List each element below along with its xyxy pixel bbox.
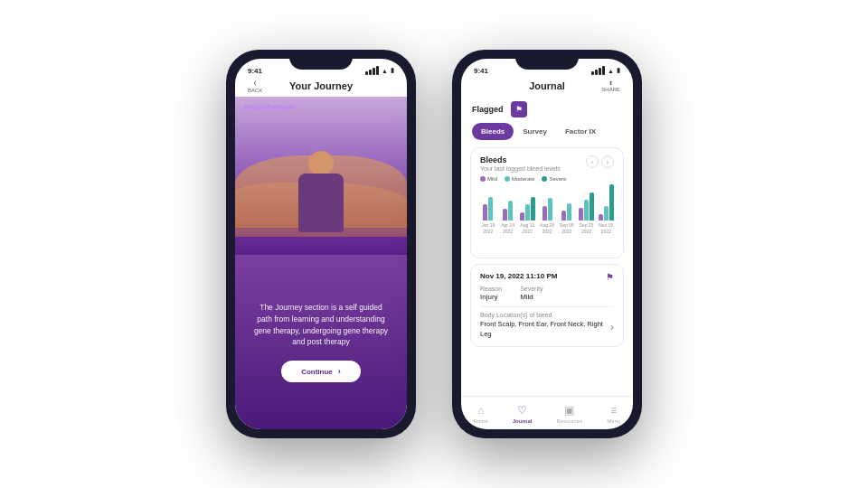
back-button[interactable]: ‹ BACK (248, 79, 262, 93)
bar-1-0 (503, 209, 507, 221)
bar-5-0 (579, 208, 583, 221)
bar-2-0 (520, 212, 524, 221)
severity-value: Mild (520, 293, 542, 301)
bar-1-1 (508, 201, 513, 221)
nav-menu[interactable]: ≡ Menu (607, 404, 620, 424)
entry-card[interactable]: Nov 19, 2022 11:10 PM ⚑ Reason Injury Se… (470, 264, 624, 347)
journal-title: Journal (529, 80, 565, 91)
bar-4-1 (567, 203, 571, 221)
body-location-value: Front Scalp, Front Ear, Front Neck, Righ… (480, 320, 614, 339)
share-label: SHARE (601, 87, 620, 92)
entry-flag-icon: ⚑ (606, 272, 614, 282)
status-icons-2: ▲ ▮ (591, 66, 620, 75)
battery-icon: ▮ (391, 67, 394, 74)
legend-mild: Mild (480, 176, 497, 182)
bar-0-0 (483, 204, 487, 221)
bar-group-4: Sep 05 2022 (559, 203, 575, 234)
tab-factor-ix[interactable]: Factor IX (556, 123, 605, 140)
signal-6 (595, 70, 598, 75)
tabs-bar: Bleeds Survey Factor IX (461, 123, 633, 147)
bar-6-2 (609, 184, 614, 221)
legend-mild-label: Mild (487, 176, 497, 182)
tab-survey[interactable]: Survey (514, 123, 556, 140)
nav-home[interactable]: ⌂ Home (474, 404, 488, 424)
severity-label: Severity (520, 286, 542, 292)
chart-prev-button[interactable]: ‹ (586, 155, 599, 168)
bar-label-2: Aug 11 2022 (520, 222, 534, 234)
journey-content: The Journey section is a self guided pat… (235, 255, 407, 429)
bar-2-1 (525, 204, 530, 221)
bar-label-6: Nov 19 2022 (599, 222, 613, 234)
patient-portrayal-label: Patient Portrayal (244, 104, 295, 110)
signal-4 (376, 66, 379, 75)
journey-description: The Journey section is a self guided pat… (251, 302, 391, 348)
phone-journey: 9:41 ▲ ▮ ‹ BACK Your (226, 50, 416, 438)
bar-label-1: Apr 24 2022 (501, 222, 514, 234)
journey-image: Patient Portrayal (235, 97, 407, 255)
status-time-1: 9:41 (248, 67, 262, 75)
bar-chart: Jan 19 2022Apr 24 2022Aug 11 2022Aug 28 … (480, 187, 614, 250)
bars-wrapper-4 (561, 203, 571, 221)
bar-group-0: Jan 19 2022 (480, 197, 496, 234)
bars-wrapper-3 (542, 198, 552, 221)
nav-resources[interactable]: ▣ Resources (557, 404, 583, 424)
bar-label-0: Jan 19 2022 (481, 222, 495, 234)
bar-4-0 (561, 211, 566, 221)
notch-2 (515, 50, 579, 70)
entry-fields-row: Reason Injury Severity Mild (480, 286, 614, 301)
continue-arrow-icon: › (338, 367, 341, 376)
person-body (298, 174, 344, 232)
flag-badge[interactable]: ⚑ (511, 101, 527, 117)
nav-resources-label: Resources (557, 418, 583, 424)
flagged-bar: Flagged ⚑ (461, 97, 633, 123)
status-icons-1: ▲ ▮ (365, 66, 394, 75)
bars-wrapper-5 (579, 192, 594, 221)
bars-wrapper-6 (599, 184, 614, 221)
nav-home-label: Home (474, 418, 488, 424)
bar-label-5: Sep 25 2022 (580, 222, 594, 234)
share-icon: ⬆ (609, 80, 613, 86)
signal-3 (373, 68, 375, 75)
bar-3-1 (548, 198, 552, 221)
journey-header: ‹ BACK Your Journey (235, 77, 407, 97)
signal-1 (365, 71, 368, 75)
bars-wrapper-2 (520, 197, 535, 221)
journal-header: Journal ⬆ SHARE (461, 77, 633, 97)
chart-legend: Mild Moderate Severe (480, 176, 614, 182)
entry-divider (480, 306, 614, 307)
body-location-label: Body Location(s) of bleed (480, 312, 614, 318)
signal-8 (602, 66, 605, 75)
resources-icon: ▣ (564, 404, 574, 417)
bar-2-2 (531, 197, 535, 221)
notch (289, 50, 353, 70)
journal-icon: ♡ (517, 404, 527, 417)
reason-label: Reason (480, 286, 502, 292)
entry-date: Nov 19, 2022 11:10 PM (480, 272, 614, 280)
legend-severe: Severe (542, 176, 566, 182)
person-image (285, 137, 357, 255)
entry-arrow-icon[interactable]: › (610, 321, 614, 333)
signal-2 (369, 70, 372, 75)
legend-moderate: Moderate (505, 176, 534, 182)
signal-7 (599, 68, 601, 75)
phone-journal: 9:41 ▲ ▮ Journal ⬆ SHARE (452, 50, 642, 438)
bar-5-1 (584, 200, 589, 221)
main-container: 9:41 ▲ ▮ ‹ BACK Your (0, 0, 868, 488)
bar-6-0 (599, 214, 603, 221)
legend-severe-label: Severe (549, 176, 566, 182)
person-head (308, 151, 334, 176)
bars-wrapper-0 (483, 197, 493, 221)
bar-group-5: Sep 25 2022 (579, 192, 595, 234)
bar-group-3: Aug 28 2022 (539, 198, 555, 234)
nav-journal[interactable]: ♡ Journal (513, 404, 533, 424)
share-button[interactable]: ⬆ SHARE (601, 80, 620, 92)
bar-0-1 (488, 197, 493, 221)
bar-3-0 (542, 206, 547, 221)
severity-field: Severity Mild (520, 286, 542, 301)
tab-bleeds[interactable]: Bleeds (472, 123, 514, 140)
bar-6-1 (604, 206, 609, 221)
nav-journal-label: Journal (513, 418, 533, 424)
back-label: BACK (248, 88, 262, 93)
continue-button[interactable]: Continue › (281, 361, 361, 382)
chart-next-button[interactable]: › (601, 155, 614, 168)
